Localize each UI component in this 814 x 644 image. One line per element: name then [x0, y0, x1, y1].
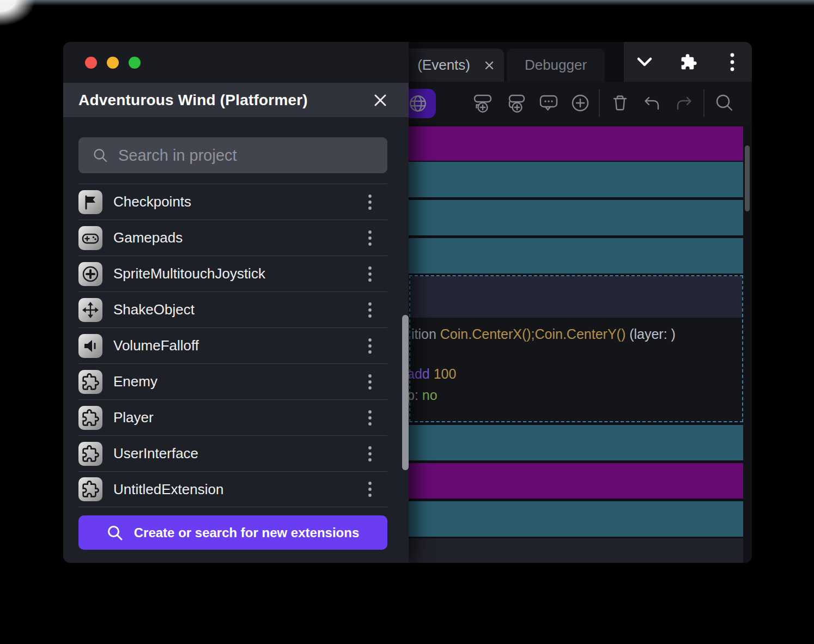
window-menu-bar: [624, 42, 752, 82]
item-menu-icon[interactable]: [368, 266, 372, 282]
event-action-text[interactable]: ition Coin.CenterX();Coin.CenterY() (lay…: [411, 326, 676, 342]
extension-name: VolumeFalloff: [113, 337, 368, 354]
add-event-icon[interactable]: [471, 91, 495, 115]
panel-header: Adventurous Wind (Platformer): [63, 83, 409, 117]
event-action-text[interactable]: add 100: [407, 366, 456, 381]
tab-events-label: (Events): [417, 57, 470, 74]
events-scrollbar-thumb[interactable]: [745, 145, 750, 211]
background-glow: [0, 0, 814, 6]
search-placeholder: Search in project: [118, 147, 237, 165]
add-sub-event-icon[interactable]: [505, 91, 529, 115]
puzzle-icon: [78, 406, 102, 430]
extension-item-joystick[interactable]: SpriteMultitouchJoystick: [78, 256, 387, 291]
search-icon: [107, 525, 123, 541]
search-input[interactable]: Search in project: [78, 137, 387, 173]
puzzle-icon: [78, 442, 102, 466]
events-scrollbar-track[interactable]: [743, 124, 752, 563]
extensions-panel: Adventurous Wind (Platformer) Search in …: [63, 42, 409, 563]
extension-name: SpriteMultitouchJoystick: [113, 265, 368, 282]
puzzle-icon: [78, 477, 102, 501]
event-action-text[interactable]: p: no: [407, 387, 438, 403]
gamepad-icon: [78, 226, 102, 250]
extension-item-volumefalloff[interactable]: VolumeFalloff: [78, 327, 387, 363]
extension-name: UserInterface: [113, 445, 368, 462]
puzzle-icon[interactable]: [680, 53, 697, 71]
selected-event-condition-row[interactable]: [410, 276, 742, 318]
selected-event[interactable]: ition Coin.CenterX();Coin.CenterY() (lay…: [409, 275, 743, 422]
toolbar-divider: [599, 89, 600, 117]
extension-name: UntitledExtension: [113, 481, 368, 498]
search-icon[interactable]: [713, 91, 737, 115]
traffic-light-close[interactable]: [85, 57, 97, 69]
item-menu-icon[interactable]: [368, 374, 372, 390]
volume-icon: [78, 334, 102, 358]
item-menu-icon[interactable]: [368, 410, 372, 426]
extension-item-gamepads[interactable]: Gamepads: [78, 220, 387, 256]
add-comment-icon[interactable]: [537, 91, 561, 115]
tab-debugger[interactable]: Debugger: [507, 48, 605, 82]
action-text-fragment: p:: [407, 387, 422, 403]
traffic-light-minimize[interactable]: [107, 57, 119, 69]
item-menu-icon[interactable]: [368, 446, 372, 462]
action-value: 100: [434, 366, 457, 381]
item-menu-icon[interactable]: [368, 338, 372, 354]
puzzle-icon: [78, 370, 102, 394]
item-menu-icon[interactable]: [368, 481, 372, 497]
background-corner-glow: [0, 0, 60, 44]
search-icon: [93, 148, 108, 163]
add-other-event-icon[interactable]: [568, 91, 592, 115]
panel-title: Adventurous Wind (Platformer): [78, 92, 308, 109]
tab-debugger-label: Debugger: [525, 57, 587, 74]
create-extension-label: Create or search for new extensions: [134, 525, 359, 540]
extension-name: Player: [113, 409, 368, 426]
joystick-icon: [78, 262, 102, 286]
action-text-fragment: ;: [531, 326, 535, 342]
extension-item-checkpoints[interactable]: Checkpoints: [78, 184, 387, 220]
extension-item-shakeobject[interactable]: ShakeObject: [78, 291, 387, 327]
gdevelop-window: (Events) Debugger: [63, 42, 752, 563]
delete-icon[interactable]: [608, 91, 632, 115]
extension-item-userinterface[interactable]: UserInterface: [78, 435, 387, 471]
extension-name: Gamepads: [113, 229, 368, 246]
extensions-list: Checkpoints Gamepads: [78, 184, 387, 507]
item-menu-icon[interactable]: [368, 302, 372, 318]
action-text-fragment: (layer: ): [625, 326, 676, 342]
create-extension-button[interactable]: Create or search for new extensions: [78, 515, 387, 550]
toolbar-divider: [703, 89, 704, 117]
action-expression: Coin.CenterX(): [440, 326, 531, 342]
action-value: no: [422, 387, 438, 403]
action-expression: Coin.CenterY(): [535, 326, 626, 342]
item-menu-icon[interactable]: [368, 230, 372, 246]
action-text-fragment: ition: [411, 326, 440, 342]
kebab-menu-icon[interactable]: [730, 52, 735, 72]
close-icon[interactable]: [373, 93, 387, 107]
panel-scrollbar-thumb[interactable]: [402, 315, 409, 470]
action-text-fragment: add: [407, 366, 434, 381]
move-arrows-icon: [78, 298, 102, 322]
undo-icon[interactable]: [640, 91, 664, 115]
extension-name: ShakeObject: [113, 301, 368, 318]
extension-item-enemy[interactable]: Enemy: [78, 363, 387, 399]
extension-item-untitledextension[interactable]: UntitledExtension: [78, 471, 387, 507]
extension-name: Enemy: [113, 373, 368, 390]
traffic-light-zoom[interactable]: [129, 57, 141, 69]
chevron-down-icon[interactable]: [635, 56, 654, 68]
item-menu-icon[interactable]: [368, 194, 372, 210]
extension-item-player[interactable]: Player: [78, 399, 387, 435]
screenshot-page: (Events) Debugger: [0, 0, 814, 644]
tab-close-icon[interactable]: [484, 60, 494, 70]
flag-icon: [78, 190, 102, 214]
redo-icon[interactable]: [672, 91, 696, 115]
window-titlebar: [63, 42, 409, 83]
extension-name: Checkpoints: [113, 193, 368, 210]
